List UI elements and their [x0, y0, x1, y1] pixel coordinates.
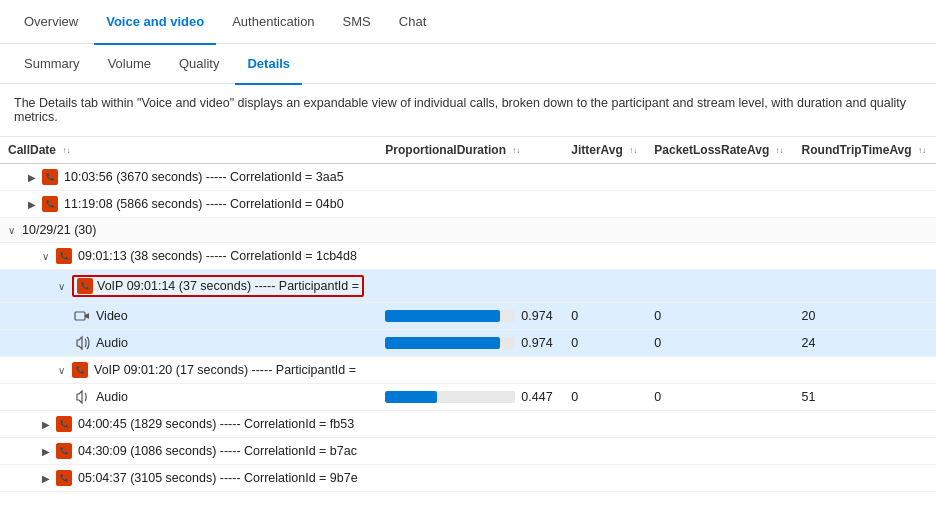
video-stream-row: Video 0.974 0 0 20 [0, 303, 936, 330]
jitter-val: 0 [646, 384, 793, 411]
stream-label-cell: Audio [0, 384, 377, 411]
bar-cell [377, 164, 563, 191]
video-icon [74, 308, 90, 324]
expand-icon[interactable]: ▶ [28, 172, 40, 183]
subnav-summary[interactable]: Summary [12, 45, 92, 85]
sort-packetloss-icon[interactable]: ↑↓ [776, 147, 784, 155]
audio-icon [74, 389, 90, 405]
nav-item-sms[interactable]: SMS [331, 1, 383, 45]
call-label: 05:04:37 (3105 seconds) ----- Correlatio… [78, 471, 358, 485]
call-label: 11:19:08 (5866 seconds) ----- Correlatio… [64, 197, 344, 211]
voip-icon: 📞 [77, 278, 93, 294]
table-row: ▶ 📞 11:19:08 (5866 seconds) ----- Correl… [0, 191, 936, 218]
stream-type-label: Audio [96, 336, 128, 350]
expand-icon[interactable]: ▶ [42, 446, 54, 457]
calldate-cell: ▶ 📞 04:30:09 (1086 seconds) ----- Correl… [0, 438, 377, 465]
svg-rect-0 [75, 312, 85, 320]
proportional-val: 0 [563, 384, 646, 411]
sort-calldate-icon[interactable]: ↑↓ [62, 147, 70, 155]
voip-icon: 📞 [56, 416, 72, 432]
highlighted-participant-row: ∨ 📞 VoIP 09:01:14 (37 seconds) ----- Par… [0, 270, 936, 303]
audio-stream-row-2: Audio 0.447 0 0 51 [0, 384, 936, 411]
calldate-cell: ▶ 📞 05:04:37 (3105 seconds) ----- Correl… [0, 465, 377, 492]
packetloss-val: 24 [794, 330, 936, 357]
sort-jitter-icon[interactable]: ↑↓ [629, 147, 637, 155]
call-label: 04:00:45 (1829 seconds) ----- Correlatio… [78, 417, 354, 431]
expand-icon[interactable]: ∨ [58, 365, 70, 376]
nav-item-authentication[interactable]: Authentication [220, 1, 326, 45]
bar-cell: 0.974 [377, 330, 563, 357]
col-jitteravg[interactable]: JitterAvg ↑↓ [563, 137, 646, 164]
top-navigation: Overview Voice and video Authentication … [0, 0, 936, 44]
calldate-cell: ∨ 📞 VoIP 09:01:20 (17 seconds) ----- Par… [0, 357, 377, 384]
sort-roundtrip-icon[interactable]: ↑↓ [918, 147, 926, 155]
stream-label-cell: Video [0, 303, 377, 330]
roundtrip-value: 20 [794, 303, 936, 330]
expand-icon[interactable]: ▶ [42, 419, 54, 430]
details-table: CallDate ↑↓ ProportionalDuration ↑↓ Jitt… [0, 137, 936, 492]
call-label: 04:30:09 (1086 seconds) ----- Correlatio… [78, 444, 357, 458]
stream-type-label: Audio [96, 390, 128, 404]
call-label: 09:01:13 (38 seconds) ----- CorrelationI… [78, 249, 357, 263]
expand-icon[interactable]: ▶ [28, 199, 40, 210]
participant-label: VoIP 09:01:20 (17 seconds) ----- Partici… [94, 363, 356, 377]
voip-icon: 📞 [42, 196, 58, 212]
voip-icon: 📞 [72, 362, 88, 378]
table-row: ▶ 📞 04:30:09 (1086 seconds) ----- Correl… [0, 438, 936, 465]
col-roundtrip[interactable]: RoundTripTimeAvg ↑↓ [794, 137, 936, 164]
col-proportionalduration[interactable]: ProportionalDuration ↑↓ [377, 137, 563, 164]
expand-icon[interactable]: ▶ [42, 473, 54, 484]
audio-icon [74, 335, 90, 351]
date-group-label: ∨ 10/29/21 (30) [0, 218, 936, 243]
red-outlined-label: 📞 VoIP 09:01:14 (37 seconds) ----- Parti… [72, 275, 364, 297]
nav-item-chat[interactable]: Chat [387, 1, 438, 45]
voip-icon: 📞 [56, 248, 72, 264]
bar-cell: 0.447 [377, 384, 563, 411]
table-row: ▶ 📞 04:00:45 (1829 seconds) ----- Correl… [0, 411, 936, 438]
calldate-cell: ∨ 📞 09:01:13 (38 seconds) ----- Correlat… [0, 243, 377, 270]
table-row: ▶ 📞 10:03:56 (3670 seconds) ----- Correl… [0, 164, 936, 191]
expand-icon[interactable]: ∨ [58, 281, 70, 292]
table-row: ∨ 📞 09:01:13 (38 seconds) ----- Correlat… [0, 243, 936, 270]
audio-stream-row: Audio 0.974 0 0 24 [0, 330, 936, 357]
sort-proportional-icon[interactable]: ↑↓ [512, 147, 520, 155]
group-label: 10/29/21 (30) [22, 223, 96, 237]
jitter-value: 0 [563, 303, 646, 330]
jitter-val: 0 [646, 330, 793, 357]
calldate-cell: ▶ 📞 04:00:45 (1829 seconds) ----- Correl… [0, 411, 377, 438]
proportional-val: 0 [563, 330, 646, 357]
voip-icon: 📞 [42, 169, 58, 185]
expand-group-icon[interactable]: ∨ [8, 225, 20, 236]
participant-label: VoIP 09:01:14 (37 seconds) ----- Partici… [97, 279, 359, 293]
subnav-details[interactable]: Details [235, 45, 302, 85]
col-packetloss[interactable]: PacketLossRateAvg ↑↓ [646, 137, 793, 164]
stream-type-label: Video [96, 309, 128, 323]
voip-icon: 📞 [56, 470, 72, 486]
stream-label-cell: Audio [0, 330, 377, 357]
participant-row: ∨ 📞 VoIP 09:01:20 (17 seconds) ----- Par… [0, 357, 936, 384]
nav-item-voice-video[interactable]: Voice and video [94, 1, 216, 45]
packetloss-val: 51 [794, 384, 936, 411]
packetloss-value: 0 [646, 303, 793, 330]
table-row: ▶ 📞 05:04:37 (3105 seconds) ----- Correl… [0, 465, 936, 492]
calldate-cell: ∨ 📞 VoIP 09:01:14 (37 seconds) ----- Par… [0, 270, 377, 303]
table-header-row: CallDate ↑↓ ProportionalDuration ↑↓ Jitt… [0, 137, 936, 164]
tab-description: The Details tab within "Voice and video"… [0, 84, 936, 137]
call-label: 10:03:56 (3670 seconds) ----- Correlatio… [64, 170, 344, 184]
nav-item-overview[interactable]: Overview [12, 1, 90, 45]
calldate-cell: ▶ 📞 10:03:56 (3670 seconds) ----- Correl… [0, 164, 377, 191]
jitter-cell [563, 164, 646, 191]
subnav-volume[interactable]: Volume [96, 45, 163, 85]
sub-navigation: Summary Volume Quality Details [0, 44, 936, 84]
expand-icon[interactable]: ∨ [42, 251, 54, 262]
packetloss-cell [646, 164, 793, 191]
voip-icon: 📞 [56, 443, 72, 459]
subnav-quality[interactable]: Quality [167, 45, 231, 85]
calldate-cell: ▶ 📞 11:19:08 (5866 seconds) ----- Correl… [0, 191, 377, 218]
roundtrip-cell [794, 164, 936, 191]
date-group-row: ∨ 10/29/21 (30) [0, 218, 936, 243]
bar-cell: 0.974 [377, 303, 563, 330]
col-calldate[interactable]: CallDate ↑↓ [0, 137, 377, 164]
details-table-container: CallDate ↑↓ ProportionalDuration ↑↓ Jitt… [0, 137, 936, 492]
